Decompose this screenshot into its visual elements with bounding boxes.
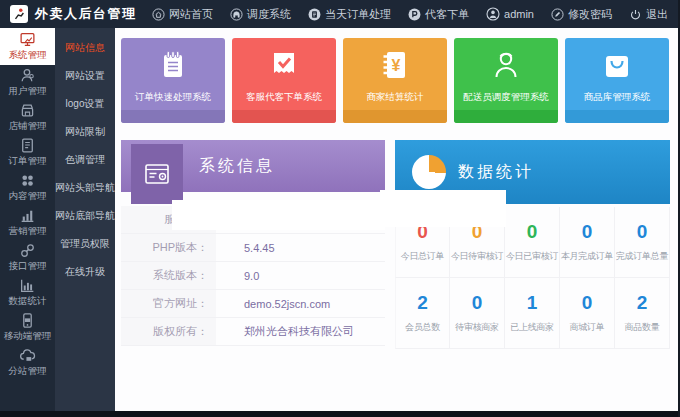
stat-today-reviewed-orders: 0 今日已审核订 — [505, 207, 560, 278]
proxy-order-icon — [408, 8, 421, 21]
card-product-library[interactable]: 商品库管理系统 — [565, 38, 669, 123]
monitor-icon — [19, 31, 36, 48]
submenu-logo-settings[interactable]: logo设置 — [55, 90, 115, 118]
stat-product-count: 2 商品数量 — [615, 278, 670, 349]
topnav-label: 修改密码 — [568, 7, 612, 22]
trend-chart-icon — [19, 207, 36, 224]
top-bar: 外卖人后台管理 网站首页 调度系统 当天订单处理 代客下单 admin — [0, 0, 680, 28]
top-nav: 网站首页 调度系统 当天订单处理 代客下单 admin 修改密码 — [152, 7, 670, 22]
stat-total-members: 2 会员总数 — [395, 278, 450, 349]
document-icon — [19, 137, 36, 154]
submenu-admin-permissions[interactable]: 管理员权限 — [55, 230, 115, 258]
card-label: 客服代客下单系统 — [246, 91, 322, 104]
shopping-bag-icon — [599, 47, 635, 83]
home-icon — [152, 8, 165, 21]
receipt-check-icon — [266, 47, 302, 83]
grid-dots-icon — [19, 172, 36, 189]
sidebar-item-system[interactable]: 系统管理 — [0, 28, 55, 65]
sidebar-item-statistics[interactable]: 数据统计 — [0, 275, 55, 310]
submenu-site-limits[interactable]: 网站限制 — [55, 118, 115, 146]
submenu-site-info[interactable]: 网站信息 — [55, 34, 115, 62]
window-bottom-edge — [0, 411, 680, 417]
table-row: 系统版本： 9.0 — [121, 262, 385, 290]
stat-mall-orders: 0 商城订单 — [560, 278, 615, 349]
card-merchant-settlement[interactable]: ¥ 商家结算统计 — [343, 38, 447, 123]
topnav-label: 当天订单处理 — [325, 7, 391, 22]
topnav-account[interactable]: admin — [486, 7, 534, 21]
card-order-fast-processing[interactable]: 订单快速处理系统 — [121, 38, 225, 123]
brand: 外卖人后台管理 — [10, 5, 137, 23]
system-info-panel: 系统信息 服务器IP PHP版本： 5.4.45 系统版本： 9.0 — [121, 140, 385, 349]
sidebar-item-shops[interactable]: 店铺管理 — [0, 100, 55, 135]
topnav-dispatch-system[interactable]: 调度系统 — [230, 7, 291, 22]
power-icon — [629, 8, 642, 21]
stat-pending-merchants: 0 待审核商家 — [450, 278, 505, 349]
system-info-title: 系统信息 — [199, 140, 275, 192]
link-icon — [19, 242, 36, 259]
cloud-icon — [19, 347, 36, 364]
page-title: 外卖人后台管理 — [35, 5, 137, 23]
main-sidebar: 系统管理 用户管理 店铺管理 订单管理 内容管理 营销管理 接口管理 数据统计 — [0, 28, 55, 411]
courier-person-icon — [488, 47, 524, 83]
system-info-icon-box — [131, 144, 183, 204]
redaction-stats-corner — [380, 190, 506, 227]
topnav-label: 调度系统 — [247, 7, 291, 22]
stat-month-completed-orders: 0 本月完成订单 — [560, 207, 615, 278]
headset-icon — [230, 8, 243, 21]
card-label: 配送员调度管理系统 — [463, 91, 549, 104]
bar-chart-icon — [19, 277, 36, 294]
card-label: 商品库管理系统 — [584, 91, 651, 104]
sidebar-item-substation[interactable]: 分站管理 — [0, 345, 55, 380]
topnav-label: 代客下单 — [425, 7, 469, 22]
stat-total-completed-orders: 0 完成订单总量 — [615, 207, 670, 278]
topnav-logout[interactable]: 退出 — [629, 7, 668, 22]
sidebar-item-api[interactable]: 接口管理 — [0, 240, 55, 275]
submenu-site-settings[interactable]: 网站设置 — [55, 62, 115, 90]
sidebar-item-marketing[interactable]: 营销管理 — [0, 205, 55, 240]
submenu-footer-nav[interactable]: 网站底部导航 — [55, 202, 115, 230]
order-doc-icon — [308, 8, 321, 21]
statistics-grid: 0 今日总订单 0 今日待审核订 0 今日已审核订 0 本月完成订单 — [395, 207, 670, 349]
table-row: 版权所有： 郑州光合科技有限公司 — [121, 318, 385, 346]
card-label: 订单快速处理系统 — [135, 91, 211, 104]
edit-password-icon — [551, 8, 564, 21]
topnav-label: 退出 — [646, 7, 668, 22]
topnav-site-home[interactable]: 网站首页 — [152, 7, 213, 22]
user-icon — [19, 67, 36, 84]
card-courier-dispatch[interactable]: 配送员调度管理系统 — [454, 38, 558, 123]
redaction-server-ip — [172, 200, 385, 230]
data-statistics-panel: 数据统计 0 今日总订单 0 今日待审核订 0 今日已审核订 — [395, 140, 670, 349]
system-info-banner: 系统信息 — [121, 140, 385, 192]
card-cs-proxy-order[interactable]: 客服代客下单系统 — [232, 38, 336, 123]
sub-sidebar: 网站信息 网站设置 logo设置 网站限制 色调管理 网站头部导航 网站底部导航… — [55, 28, 115, 411]
table-row: PHP版本： 5.4.45 — [121, 234, 385, 262]
sidebar-item-users[interactable]: 用户管理 — [0, 65, 55, 100]
topnav-change-password[interactable]: 修改密码 — [551, 7, 612, 22]
shop-icon — [19, 102, 36, 119]
user-circle-icon — [486, 7, 500, 21]
sidebar-item-orders[interactable]: 订单管理 — [0, 135, 55, 170]
notepad-icon — [155, 47, 191, 83]
dashboard-panels: 系统信息 服务器IP PHP版本： 5.4.45 系统版本： 9.0 — [115, 123, 678, 349]
sidebar-item-content[interactable]: 内容管理 — [0, 170, 55, 205]
admin-dashboard: 外卖人后台管理 网站首页 调度系统 当天订单处理 代客下单 admin — [0, 0, 680, 417]
stat-online-merchants: 1 已上线商家 — [505, 278, 560, 349]
pie-chart-icon — [412, 155, 446, 189]
svg-text:¥: ¥ — [392, 57, 401, 74]
topnav-proxy-order[interactable]: 代客下单 — [408, 7, 469, 22]
window-gear-icon — [143, 160, 171, 188]
submenu-online-upgrade[interactable]: 在线升级 — [55, 258, 115, 286]
submenu-header-nav[interactable]: 网站头部导航 — [55, 174, 115, 202]
table-row: 官方网址： demo.52jscn.com — [121, 290, 385, 318]
topnav-today-orders[interactable]: 当天订单处理 — [308, 7, 391, 22]
shortcut-cards: 订单快速处理系统 客服代客下单系统 ¥ 商家结算统计 — [115, 28, 678, 123]
waimairen-logo-icon — [10, 5, 28, 23]
sidebar-item-mobile[interactable]: 移动端管理 — [0, 310, 55, 345]
submenu-color-management[interactable]: 色调管理 — [55, 146, 115, 174]
mobile-icon — [19, 312, 36, 329]
card-label: 商家结算统计 — [367, 91, 424, 104]
settlement-yen-icon: ¥ — [377, 47, 413, 83]
topnav-label: admin — [504, 8, 534, 20]
topnav-label: 网站首页 — [169, 7, 213, 22]
